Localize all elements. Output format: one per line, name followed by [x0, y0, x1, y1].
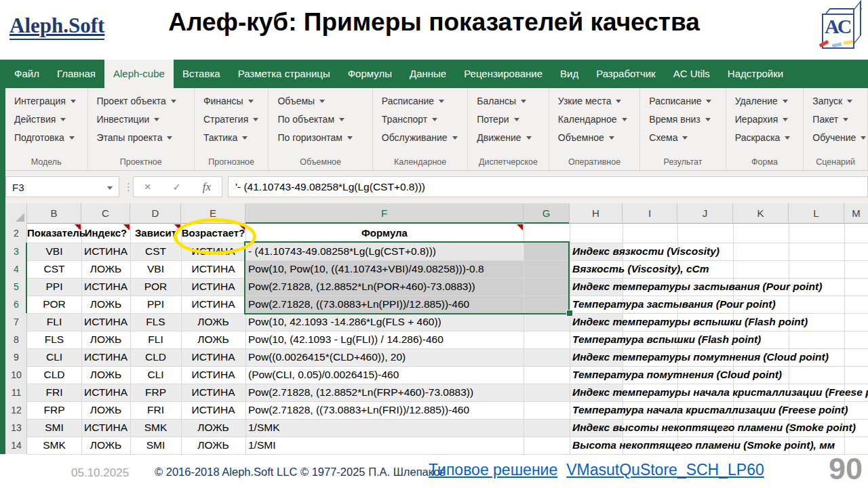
cell-E13[interactable]: ЛОЖЬ	[181, 419, 245, 436]
name-box[interactable]: F3	[5, 176, 119, 197]
ribbon-tab-insert[interactable]: Вставка	[174, 60, 229, 88]
cell-F8[interactable]: Pow(10, (42.1093 - Lg(FLI)) / 14.286)-46…	[248, 331, 443, 348]
row-header-3[interactable]: 3	[5, 243, 27, 260]
select-all-corner[interactable]	[5, 203, 27, 224]
cell-D10[interactable]: CLI	[130, 366, 181, 384]
cell-F4[interactable]: Pow(10, Pow(10, ((41.10743+VBI)/49.08258…	[248, 260, 484, 278]
typical-solution-link[interactable]: Типовое решение	[429, 461, 557, 479]
cell-C7[interactable]: ИСТИНА	[81, 313, 130, 331]
ribbon-button-g5-3[interactable]: Обслуживание	[373, 129, 467, 147]
ribbon-button-g2-1[interactable]: Проект объекта	[88, 92, 194, 110]
cell-H7[interactable]: Индекс температуры вспышки (Flash point)	[572, 313, 808, 331]
cell-C4[interactable]: ЛОЖЬ	[81, 260, 130, 278]
row-header-9[interactable]: 9	[5, 348, 27, 366]
ribbon-tab-page-layout[interactable]: Разметка страницы	[229, 60, 339, 88]
cell-E7[interactable]: ЛОЖЬ	[181, 313, 245, 331]
cell-D6[interactable]: PPI	[130, 296, 181, 313]
ribbon-button-g6-2[interactable]: Потери	[468, 110, 549, 129]
ribbon-tab-home[interactable]: Главная	[48, 60, 104, 88]
cell-D4[interactable]: VBI	[130, 260, 181, 278]
ribbon-tab-formulas[interactable]: Формулы	[339, 60, 401, 88]
dropdown-arrow-icon[interactable]	[107, 186, 113, 190]
row-header-13[interactable]: 13	[5, 419, 27, 436]
formula-input[interactable]: '- (41.10743-49.08258*Lg(Lg(CST+0.8)))	[228, 176, 868, 197]
ribbon-button-g3-3[interactable]: Тактика	[195, 129, 269, 147]
cell-H10[interactable]: Температура помутнения (Cloud point)	[572, 366, 782, 384]
cell-F3[interactable]: - (41.10743-49.08258*Lg(Lg(CST+0.8)))	[248, 243, 436, 260]
cell-E6[interactable]: ИСТИНА	[181, 296, 245, 313]
column-header-C[interactable]: C	[81, 203, 130, 224]
column-header-K[interactable]: K	[733, 203, 789, 224]
ribbon-tab-review[interactable]: Рецензирование	[455, 60, 551, 88]
ribbon-button-g4-2[interactable]: По объектам	[269, 110, 372, 129]
cell-H12[interactable]: Температура начала кристаллизации (Frees…	[572, 401, 848, 419]
ribbon-button-g10-3[interactable]: Обучение	[804, 129, 867, 147]
row-header-5[interactable]: 5	[5, 278, 27, 296]
column-header-B[interactable]: B	[27, 203, 81, 224]
row-header-4[interactable]: 4	[5, 260, 27, 278]
ribbon-button-g5-2[interactable]: Транспорт	[373, 110, 467, 129]
column-header-L[interactable]: L	[789, 203, 844, 224]
cell-D11[interactable]: FRP	[130, 384, 181, 401]
column-header-G[interactable]: G	[524, 203, 570, 224]
row-header-6[interactable]: 6	[5, 296, 27, 313]
cell-E14[interactable]: ЛОЖЬ	[181, 436, 245, 454]
ribbon-button-g1-2[interactable]: Действия	[5, 110, 87, 129]
ribbon-tab-ac-utils[interactable]: AC Utils	[665, 60, 719, 88]
cell-E12[interactable]: ИСТИНА	[181, 401, 245, 419]
cell-H14[interactable]: Высота некоптящего пламени (Smoke point)…	[572, 436, 835, 454]
cell-B6[interactable]: POR	[27, 296, 81, 313]
cell-B11[interactable]: FRI	[27, 384, 81, 401]
column-header-I[interactable]: I	[623, 203, 677, 224]
column-header-M[interactable]: M	[844, 203, 868, 224]
cell-C8[interactable]: ЛОЖЬ	[81, 331, 130, 348]
cell-E5[interactable]: ИСТИНА	[181, 278, 245, 296]
cell-B4[interactable]: CST	[27, 260, 81, 278]
cell-H6[interactable]: Температура застывания (Pour point)	[572, 296, 776, 313]
cell-D12[interactable]: FRI	[130, 401, 181, 419]
cell-D13[interactable]: SMK	[130, 419, 181, 436]
row-header-7[interactable]: 7	[5, 313, 27, 331]
cell-B10[interactable]: CLD	[27, 366, 81, 384]
ribbon-button-g7-3[interactable]: Объемное	[549, 129, 639, 147]
cell-D7[interactable]: FLS	[130, 313, 181, 331]
ribbon-button-g7-2[interactable]: Календарное	[549, 110, 639, 129]
cell-B12[interactable]: FRP	[27, 401, 81, 419]
ribbon-button-g6-3[interactable]: Движение	[468, 129, 549, 147]
ribbon-button-g10-1[interactable]: Запуск	[804, 92, 867, 110]
cell-H4[interactable]: Вязкость (Viscosity), сСт	[572, 260, 709, 278]
cell-C11[interactable]: ИСТИНА	[81, 384, 130, 401]
cell-E4[interactable]: ИСТИНА	[181, 260, 245, 278]
cell-F5[interactable]: Pow(2.71828, (12.8852*Ln(POR+460)-73.088…	[248, 278, 475, 296]
ribbon-tab-aleph-cube[interactable]: Aleph-cube	[104, 60, 174, 88]
cell-B8[interactable]: FLS	[27, 331, 81, 348]
cell-F14[interactable]: 1/SMI	[248, 436, 275, 454]
ribbon-button-g6-1[interactable]: Балансы	[468, 92, 549, 110]
row-header-8[interactable]: 8	[5, 331, 27, 348]
column-header-H[interactable]: H	[570, 203, 623, 224]
ribbon-tab-developer[interactable]: Разработчик	[587, 60, 664, 88]
ribbon-button-g3-1[interactable]: Финансы	[195, 92, 269, 110]
cell-F10[interactable]: (Pow(CLI, 0.05)/0.0026415)-460	[248, 366, 399, 384]
ribbon-button-g2-3[interactable]: Этапы проекта	[88, 129, 194, 147]
ribbon-button-g1-1[interactable]: Интеграция	[5, 92, 87, 110]
ribbon-button-g9-2[interactable]: Иерархия	[726, 110, 804, 129]
ribbon-tab-add-ins[interactable]: Надстройки	[719, 60, 792, 88]
ribbon-button-g8-3[interactable]: Схема	[640, 129, 726, 147]
ribbon-tab-file[interactable]: Файл	[5, 60, 48, 88]
cell-C10[interactable]: ЛОЖЬ	[81, 366, 130, 384]
solution-code-link[interactable]: VMasutQuStore_SCH_LP60	[566, 461, 764, 479]
ribbon-button-g9-1[interactable]: Удаление	[726, 92, 804, 110]
ribbon-tab-view[interactable]: Вид	[551, 60, 587, 88]
cell-E9[interactable]: ИСТИНА	[181, 348, 245, 366]
cell-B13[interactable]: SMI	[27, 419, 81, 436]
ribbon-button-g9-3[interactable]: Раскраска	[726, 129, 804, 147]
cell-E11[interactable]: ИСТИНА	[181, 384, 245, 401]
cell-F12[interactable]: Pow(2.71828, ((73.0883+Ln(FRI))/12.885))…	[248, 401, 469, 419]
ribbon-button-g10-2[interactable]: Пакет	[804, 110, 867, 129]
cell-F6[interactable]: Pow(2.71828, ((73.0883+Ln(PPI))/12.885))…	[248, 296, 469, 313]
ribbon-button-g1-3[interactable]: Подготовка	[5, 129, 87, 147]
cell-F9[interactable]: Pow((0.0026415*(CLD+460)), 20)	[248, 348, 406, 366]
cell-D14[interactable]: SMI	[130, 436, 181, 454]
cell-F7[interactable]: Pow(10, 42.1093 -14.286*Lg(FLS + 460))	[248, 313, 441, 331]
